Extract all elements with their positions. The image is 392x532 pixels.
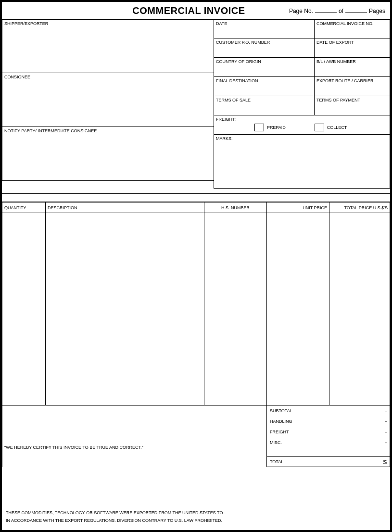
freight-total-row: FREIGHT - (267, 427, 390, 437)
totals-column: SUBTOTAL - HANDLING - FREIGHT - MISC. - (266, 405, 390, 467)
top-grid: SHIPPER/EXPORTER CONSIGNEE NOTIFY PARTY/… (2, 19, 390, 189)
misc-value: - (385, 440, 387, 445)
subtotal-value: - (385, 408, 387, 413)
invoice-page: COMMERCIAL INVOICE Page No. of Pages SHI… (0, 0, 392, 532)
document-title: COMMERCIAL INVOICE (2, 5, 289, 16)
page-number-area: Page No. of Pages (289, 7, 390, 14)
certification-area: "WE HEREBY CERTIFY THIS INVOICE TO BE TR… (2, 405, 266, 467)
total-row: TOTAL $ (267, 456, 390, 467)
subtotal-row: SUBTOTAL - (267, 405, 390, 416)
terms-sale-label: TERMS OF SALE (216, 98, 312, 102)
final-destination-field[interactable]: FINAL DESTINATION (214, 77, 315, 96)
final-dest-label: FINAL DESTINATION (216, 78, 312, 83)
date-export-label: DATE OF EXPORT (316, 40, 388, 45)
country-origin-field[interactable]: COUNTRY OF ORIGIN (214, 58, 315, 77)
misc-label: MISC. (270, 440, 282, 445)
bl-awb-label: B/L / AWB NUMBER (316, 59, 388, 64)
marks-label: MARKS: (216, 136, 388, 141)
col-unit-price: UNIT PRICE (267, 203, 329, 213)
consignee-label: CONSIGNEE (4, 75, 212, 79)
col-total-price: TOTAL PRICE U.S.$'S (329, 203, 390, 213)
totals-area: "WE HEREBY CERTIFY THIS INVOICE TO BE TR… (2, 405, 390, 467)
notify-party-field[interactable]: NOTIFY PARTY/ INTERMEDIATE CONSIGNEE (2, 127, 214, 181)
handling-label: HANDLING (270, 419, 292, 424)
consignee-field[interactable]: CONSIGNEE (2, 73, 214, 127)
notify-label: NOTIFY PARTY/ INTERMEDIATE CONSIGNEE (4, 128, 212, 133)
terms-payment-label: TERMS OF PAYMENT (316, 98, 388, 102)
bl-awb-field[interactable]: B/L / AWB NUMBER (315, 58, 390, 77)
table-row (2, 213, 390, 405)
cell-unit-price[interactable] (267, 213, 329, 405)
right-column: DATE COMMERCIAL INVOICE NO. CUSTOMER P.O… (214, 19, 390, 189)
terms-sale-field[interactable]: TERMS OF SALE (214, 96, 315, 115)
freight-label: FREIGHT: (216, 117, 388, 122)
cell-quantity[interactable] (2, 213, 46, 405)
date-label: DATE (216, 21, 312, 26)
date-export-field[interactable]: DATE OF EXPORT (315, 38, 390, 58)
freight-total-label: FREIGHT (270, 430, 289, 434)
footer-disclaimer: THESE COMMODITIES, TECHNOLOGY OR SOFTWAR… (6, 509, 225, 524)
col-description: DESCRIPTION (46, 203, 204, 213)
col-quantity: QUANTITY (2, 203, 46, 213)
page-no-label: Page No. (289, 8, 313, 14)
export-route-label: EXPORT ROUTE / CARRIER (316, 78, 388, 83)
table-header-row: QUANTITY DESCRIPTION H.S. NUMBER UNIT PR… (2, 203, 390, 213)
cell-description[interactable] (46, 213, 204, 405)
misc-row: MISC. - (267, 437, 390, 448)
date-field[interactable]: DATE (214, 19, 315, 38)
export-route-field[interactable]: EXPORT ROUTE / CARRIER (315, 77, 390, 96)
freight-field: FREIGHT: PREPAID COLLECT (214, 115, 390, 135)
collect-checkbox[interactable] (315, 124, 324, 131)
prepaid-checkbox[interactable] (254, 124, 264, 131)
prepaid-label: PREPAID (267, 125, 286, 130)
footer-line-2: IN ACCORDANCE WITH THE EXPORT REGULATION… (6, 517, 225, 524)
terms-payment-field[interactable]: TERMS OF PAYMENT (315, 96, 390, 115)
pages-label: Pages (369, 8, 385, 14)
page-no-input[interactable] (315, 7, 337, 13)
col-hs-number: H.S. NUMBER (204, 203, 267, 213)
shipper-label: SHIPPER/EXPORTER (4, 21, 212, 26)
marks-field[interactable]: MARKS: (214, 135, 390, 189)
total-pages-input[interactable] (345, 7, 367, 13)
subtotal-label: SUBTOTAL (270, 408, 292, 413)
invoice-no-field[interactable]: COMMERCIAL INVOICE NO. (315, 19, 390, 38)
separator-band (2, 193, 390, 202)
shipper-exporter-field[interactable]: SHIPPER/EXPORTER (2, 19, 214, 73)
cell-total-price[interactable] (329, 213, 390, 405)
header-row: COMMERCIAL INVOICE Page No. of Pages (2, 2, 390, 19)
collect-label: COLLECT (327, 125, 347, 130)
freight-total-value: - (385, 430, 387, 434)
country-origin-label: COUNTRY OF ORIGIN (216, 59, 312, 64)
footer-line-1: THESE COMMODITIES, TECHNOLOGY OR SOFTWAR… (6, 509, 225, 517)
total-label: TOTAL (270, 459, 283, 464)
cell-hs-number[interactable] (204, 213, 267, 405)
total-value: $ (383, 458, 387, 466)
line-items-table: QUANTITY DESCRIPTION H.S. NUMBER UNIT PR… (2, 202, 390, 405)
invoice-no-label: COMMERCIAL INVOICE NO. (316, 21, 388, 26)
handling-value: - (385, 419, 387, 424)
customer-po-label: CUSTOMER P.O. NUMBER (216, 40, 312, 45)
customer-po-field[interactable]: CUSTOMER P.O. NUMBER (214, 38, 315, 58)
handling-row: HANDLING - (267, 416, 390, 427)
of-label: of (339, 8, 343, 14)
certification-text: "WE HEREBY CERTIFY THIS INVOICE TO BE TR… (4, 445, 143, 450)
left-column: SHIPPER/EXPORTER CONSIGNEE NOTIFY PARTY/… (2, 19, 214, 189)
